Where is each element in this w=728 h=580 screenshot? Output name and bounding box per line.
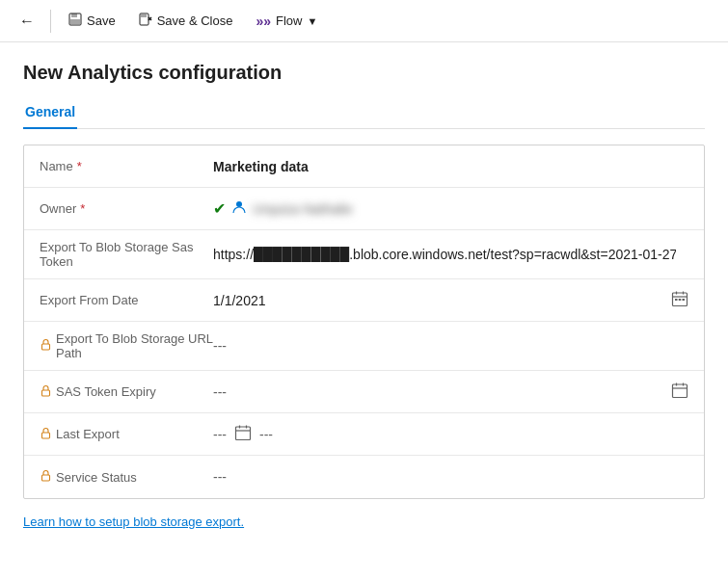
value-export-date: 1/1/2021 (213, 290, 688, 311)
label-url-path: Export To Blob Storage URL Path (40, 331, 213, 360)
flow-dropdown-icon: ▼ (307, 15, 317, 27)
label-last-export: Last Export (40, 427, 213, 442)
svg-rect-17 (673, 384, 688, 398)
label-sas-token: Export To Blob Storage Sas Token (40, 240, 213, 269)
owner-check-icon: ✔ (213, 199, 226, 218)
svg-point-7 (236, 201, 242, 207)
page-title: New Analytics configuration (23, 62, 705, 84)
flow-button[interactable]: »» Flow ▼ (246, 9, 327, 34)
tabs-container: General (23, 95, 705, 129)
calendar-icon-last-export[interactable] (234, 424, 252, 444)
owner-name: Urquiza Nathalie (253, 201, 353, 217)
svg-rect-4 (141, 14, 147, 17)
lock-icon-service-status (40, 469, 52, 485)
flow-label: Flow (276, 13, 302, 28)
save-close-label: Save & Close (157, 13, 233, 28)
required-star-owner: * (80, 201, 85, 216)
back-icon: ← (19, 13, 35, 30)
toolbar-separator (50, 10, 51, 33)
svg-rect-12 (675, 299, 678, 301)
label-sas-expiry: SAS Token Expiry (40, 384, 213, 400)
svg-rect-2 (70, 19, 80, 24)
svg-rect-14 (683, 299, 686, 301)
flow-icon: »» (256, 13, 271, 29)
label-name: Name * (40, 159, 213, 173)
label-service-status: Service Status (40, 469, 213, 485)
lock-icon-sas-expiry (40, 384, 52, 400)
form-row-sas-expiry: SAS Token Expiry --- (24, 371, 704, 413)
save-close-icon (139, 13, 152, 29)
owner-person-icon (231, 199, 247, 219)
required-star-name: * (77, 159, 82, 173)
form-row-name: Name * Marketing data (24, 145, 704, 188)
value-owner: ✔ Urquiza Nathalie (213, 199, 688, 219)
form-row-export-date: Export From Date 1/1/2021 (24, 279, 704, 322)
value-name: Marketing data (213, 159, 688, 174)
page-content: New Analytics configuration General Name… (0, 42, 728, 548)
svg-rect-15 (42, 344, 50, 350)
form-row-service-status: Service Status --- (24, 456, 704, 498)
save-button[interactable]: Save (59, 8, 125, 34)
calendar-icon-sas-expiry[interactable] (671, 382, 688, 403)
svg-rect-21 (42, 433, 50, 438)
save-close-button[interactable]: Save & Close (129, 8, 243, 34)
svg-rect-22 (236, 427, 251, 440)
value-url-path: --- (213, 338, 688, 354)
calendar-icon-export-date[interactable] (671, 290, 688, 311)
learn-link[interactable]: Learn how to setup blob storage export. (23, 514, 244, 529)
value-last-export: --- --- (213, 424, 688, 444)
form-row-last-export: Last Export --- --- (24, 413, 704, 456)
lock-icon-url-path (40, 338, 52, 354)
value-service-status: --- (213, 469, 688, 485)
value-sas-expiry: --- (213, 382, 688, 403)
form-row-sas-token: Export To Blob Storage Sas Token https:/… (24, 230, 704, 279)
tab-general[interactable]: General (23, 96, 77, 129)
svg-rect-16 (42, 390, 50, 396)
toolbar: ← Save Save & Close »» Flow ▼ (0, 0, 728, 42)
label-export-date: Export From Date (40, 293, 213, 307)
save-icon (68, 13, 82, 29)
svg-rect-1 (71, 13, 77, 17)
save-label: Save (87, 13, 116, 28)
value-sas-token: https://██████████.blob.core.windows.net… (213, 247, 676, 262)
form-row-owner: Owner * ✔ Urquiza Nathalie (24, 188, 704, 230)
svg-rect-13 (679, 299, 682, 301)
label-owner: Owner * (40, 201, 213, 216)
form-row-url-path: Export To Blob Storage URL Path --- (24, 322, 704, 371)
svg-rect-26 (42, 475, 50, 481)
back-button[interactable]: ← (12, 8, 42, 35)
lock-icon-last-export (40, 427, 52, 442)
form-card: Name * Marketing data Owner * ✔ (23, 145, 705, 499)
